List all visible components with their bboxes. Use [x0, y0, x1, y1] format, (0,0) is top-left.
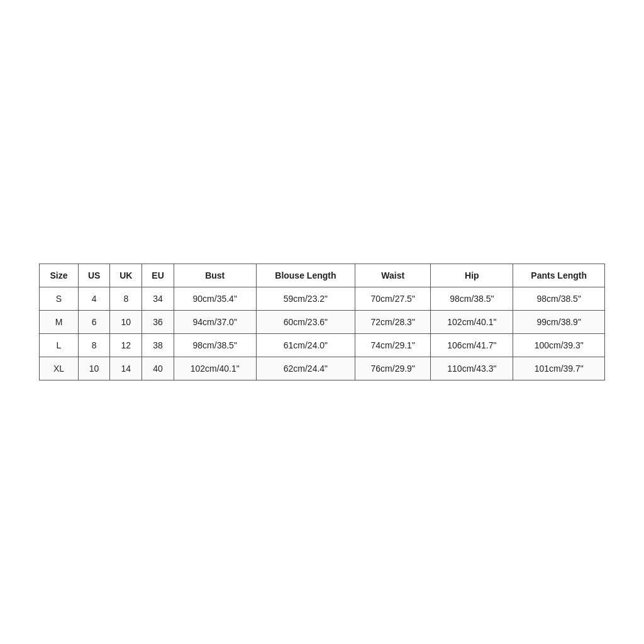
- cell-size: L: [40, 334, 79, 357]
- header-hip: Hip: [431, 264, 513, 287]
- cell-uk: 10: [110, 311, 142, 334]
- cell-bust: 94cm/37.0": [174, 311, 256, 334]
- cell-pants-length: 98cm/38.5": [513, 287, 605, 311]
- cell-waist: 76cm/29.9": [355, 357, 431, 380]
- size-chart-table: Size US UK EU Bust Blouse Length Waist H…: [39, 264, 605, 380]
- cell-uk: 14: [110, 357, 142, 380]
- cell-blouse-length: 60cm/23.6": [256, 311, 355, 334]
- size-chart-container: Size US UK EU Bust Blouse Length Waist H…: [39, 264, 605, 380]
- cell-hip: 106cm/41.7": [431, 334, 513, 357]
- header-size: Size: [40, 264, 79, 287]
- cell-blouse-length: 59cm/23.2": [256, 287, 355, 311]
- table-row: S 4 8 34 90cm/35.4" 59cm/23.2" 70cm/27.5…: [40, 287, 605, 311]
- header-bust: Bust: [174, 264, 256, 287]
- header-uk: UK: [110, 264, 142, 287]
- cell-eu: 36: [142, 311, 174, 334]
- cell-eu: 38: [142, 334, 174, 357]
- cell-us: 8: [79, 334, 110, 357]
- cell-pants-length: 101cm/39.7": [513, 357, 605, 380]
- header-eu: EU: [142, 264, 174, 287]
- cell-us: 4: [79, 287, 110, 311]
- table-row: L 8 12 38 98cm/38.5" 61cm/24.0" 74cm/29.…: [40, 334, 605, 357]
- cell-size: S: [40, 287, 79, 311]
- cell-eu: 34: [142, 287, 174, 311]
- cell-size: XL: [40, 357, 79, 380]
- cell-pants-length: 100cm/39.3": [513, 334, 605, 357]
- cell-us: 10: [79, 357, 110, 380]
- cell-us: 6: [79, 311, 110, 334]
- table-row: M 6 10 36 94cm/37.0" 60cm/23.6" 72cm/28.…: [40, 311, 605, 334]
- cell-bust: 90cm/35.4": [174, 287, 256, 311]
- cell-hip: 98cm/38.5": [431, 287, 513, 311]
- cell-pants-length: 99cm/38.9": [513, 311, 605, 334]
- cell-waist: 72cm/28.3": [355, 311, 431, 334]
- table-row: XL 10 14 40 102cm/40.1" 62cm/24.4" 76cm/…: [40, 357, 605, 380]
- cell-blouse-length: 62cm/24.4": [256, 357, 355, 380]
- cell-eu: 40: [142, 357, 174, 380]
- cell-hip: 110cm/43.3": [431, 357, 513, 380]
- cell-size: M: [40, 311, 79, 334]
- cell-uk: 8: [110, 287, 142, 311]
- header-waist: Waist: [355, 264, 431, 287]
- cell-uk: 12: [110, 334, 142, 357]
- cell-hip: 102cm/40.1": [431, 311, 513, 334]
- table-header-row: Size US UK EU Bust Blouse Length Waist H…: [40, 264, 605, 287]
- cell-blouse-length: 61cm/24.0": [256, 334, 355, 357]
- header-pants-length: Pants Length: [513, 264, 605, 287]
- header-us: US: [79, 264, 110, 287]
- cell-waist: 70cm/27.5": [355, 287, 431, 311]
- cell-bust: 98cm/38.5": [174, 334, 256, 357]
- cell-waist: 74cm/29.1": [355, 334, 431, 357]
- cell-bust: 102cm/40.1": [174, 357, 256, 380]
- header-blouse-length: Blouse Length: [256, 264, 355, 287]
